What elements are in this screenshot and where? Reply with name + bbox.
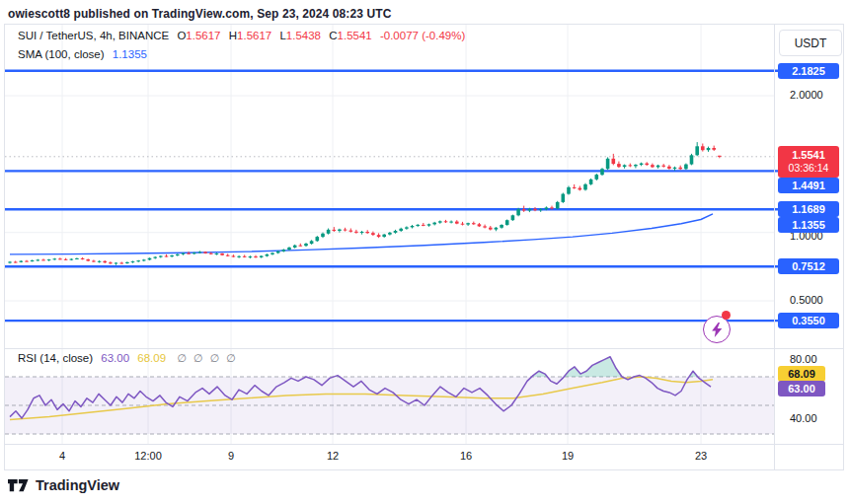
rsi-hidden-plots-icons: ∅∅∅∅ (177, 352, 242, 364)
sma-value: 1.1355 (113, 48, 147, 60)
rsi-header: RSI (14, close) 63.00 68.09 ∅∅∅∅ (18, 352, 243, 365)
rsi-label: RSI (14, close) (18, 352, 93, 364)
axis-label: 2.0000 (778, 89, 839, 101)
lightning-icon (712, 323, 723, 337)
tradingview-brand-text: TradingView (36, 477, 119, 493)
last-price-countdown-badge: 1.554103:36:14 (778, 146, 839, 178)
ohlc-low: L1.5438 (279, 30, 321, 41)
tradingview-snapshot: owiescott8 published on TradingView.com,… (0, 0, 849, 504)
ohlc-close: C1.5541 (329, 30, 372, 41)
rsi-ma-value: 68.09 (137, 352, 166, 364)
price-change: -0.0077 (-0.49%) (380, 30, 465, 41)
axis-label: 40.00 (778, 412, 839, 424)
chart-card (4, 24, 844, 470)
time-axis-tick: 12 (327, 450, 339, 462)
symbol-header: SUI / TetherUS, 4h, BINANCE O1.5617 H1.5… (18, 30, 465, 41)
price-level-badge: 1.1689 (778, 201, 839, 217)
rsi-value-badge: 63.00 (778, 381, 825, 396)
tradingview-logo-link[interactable]: TradingView (8, 477, 119, 493)
ohlc-open: O1.5617 (177, 30, 220, 41)
time-axis-tick: 4 (59, 450, 65, 462)
lightning-bolt-button[interactable] (703, 316, 731, 343)
price-level-badge: 2.1825 (778, 63, 839, 79)
price-level-badge: 0.3550 (778, 313, 839, 328)
time-axis-tick: 12:00 (134, 450, 162, 462)
time-axis-tick: 16 (460, 450, 472, 462)
time-axis-tick: 9 (228, 450, 234, 462)
price-level-badge: 1.1355 (778, 217, 839, 233)
notification-dot (722, 311, 731, 320)
rsi-value: 63.00 (101, 352, 129, 364)
price-level-badge: 0.7512 (778, 258, 839, 274)
tradingview-logo-icon (8, 477, 29, 493)
time-axis-tick: 19 (562, 450, 574, 462)
rsi-value-badge: 68.09 (778, 366, 825, 382)
symbol-title: SUI / TetherUS, 4h, BINANCE (18, 30, 169, 41)
price-level-badge: 1.4491 (778, 178, 839, 193)
ohlc-high: H1.5617 (229, 30, 272, 41)
sma-header: SMA (100, close) 1.1355 (18, 48, 147, 60)
axis-label: 80.00 (778, 353, 839, 365)
axis-label: 0.5000 (778, 294, 839, 306)
sma-label: SMA (100, close) (18, 48, 105, 60)
currency-toggle-button[interactable]: USDT (779, 30, 842, 56)
time-axis-tick: 23 (695, 450, 707, 462)
